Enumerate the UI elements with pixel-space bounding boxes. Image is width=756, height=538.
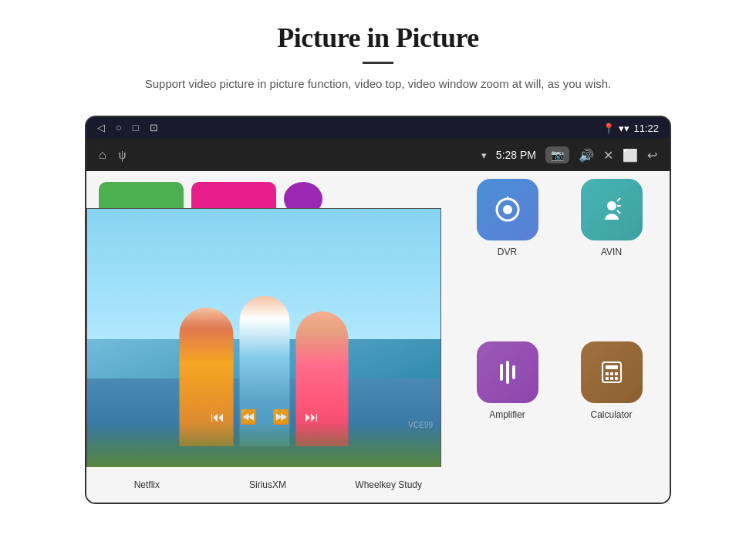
recents-nav-icon[interactable]: □ (133, 122, 139, 134)
app-nav-right: ▾ 5:28 PM 📷 🔊 ✕ ⬜ ↩ (481, 146, 657, 163)
app-nav-left: ⌂ ψ (99, 148, 127, 162)
status-bar-left: ◁ ○ □ ⊡ (97, 122, 158, 134)
volume-icon[interactable]: 🔊 (579, 148, 594, 163)
close-icon[interactable]: ✕ (603, 148, 613, 163)
svg-rect-17 (615, 377, 618, 380)
netflix-label: Netflix (86, 479, 208, 490)
svg-rect-11 (606, 365, 618, 369)
page-title: Picture in Picture (46, 22, 710, 54)
avin-label: AVIN (601, 247, 622, 257)
wheelkey-label: Wheelkey Study (328, 479, 449, 490)
home-icon[interactable]: ⌂ (99, 148, 106, 162)
amplifier-app-item[interactable]: Amplifier (460, 341, 555, 495)
app-grid-section: DVR AVIN (449, 171, 670, 503)
calculator-icon (597, 358, 626, 387)
avin-icon (597, 195, 626, 224)
undo-icon[interactable]: ↩ (647, 148, 657, 163)
dvr-icon (493, 195, 522, 224)
location-icon: 📍 (602, 123, 615, 134)
video-content: VCE99 (87, 209, 440, 469)
pip-video-overlay[interactable]: ⏺ − + ✕ VC (86, 208, 441, 470)
svg-rect-7 (500, 364, 503, 381)
home-nav-icon[interactable]: ○ (116, 122, 122, 134)
screenshot-nav-icon[interactable]: ⊡ (150, 122, 158, 134)
status-bar-right: 📍 ▾▾ 11:22 (602, 123, 659, 134)
svg-point-1 (503, 205, 512, 214)
pip-section: ⏺ − + ✕ VC (86, 171, 449, 503)
svg-rect-13 (610, 372, 613, 375)
svg-point-3 (607, 201, 616, 210)
calculator-label: Calculator (590, 409, 632, 420)
window-icon[interactable]: ⬜ (623, 148, 638, 163)
dvr-icon-box (477, 179, 538, 240)
rewind-button[interactable]: ⏮ (211, 409, 224, 425)
svg-rect-16 (610, 377, 613, 380)
back-nav-icon[interactable]: ◁ (97, 122, 105, 134)
svg-rect-12 (606, 372, 609, 375)
svg-rect-15 (606, 377, 609, 380)
dvr-app-item[interactable]: DVR (460, 179, 555, 332)
svg-rect-9 (512, 365, 515, 379)
nav-time: 5:28 PM (496, 149, 536, 161)
calculator-app-item[interactable]: Calculator (564, 341, 659, 495)
main-content: ⏺ − + ✕ VC (86, 171, 670, 503)
header-section: Picture in Picture Support video picture… (0, 0, 756, 106)
title-divider (363, 62, 393, 64)
calculator-icon-box (581, 341, 643, 403)
status-bar: ◁ ○ □ ⊡ 📍 ▾▾ 11:22 (86, 117, 670, 139)
foliage (87, 423, 440, 469)
device-frame: ◁ ○ □ ⊡ 📍 ▾▾ 11:22 ⌂ ψ ▾ 5:28 PM 📷 🔊 ✕ ⬜… (85, 116, 671, 504)
amplifier-icon-box (477, 341, 538, 403)
subtitle-text: Support video picture in picture functio… (116, 75, 640, 92)
svg-line-6 (617, 210, 620, 214)
app-nav-bar: ⌂ ψ ▾ 5:28 PM 📷 🔊 ✕ ⬜ ↩ (86, 139, 670, 171)
amplifier-label: Amplifier (489, 409, 525, 420)
bottom-labels-left: Netflix SiriusXM Wheelkey Study (86, 467, 449, 503)
svg-line-4 (617, 198, 620, 201)
svg-rect-14 (615, 372, 618, 375)
fastforward-button[interactable]: ⏭ (305, 409, 319, 425)
next-button[interactable]: ⏩ (272, 409, 289, 425)
avin-icon-box (581, 179, 643, 240)
usb-icon[interactable]: ψ (119, 148, 127, 162)
wifi-status-icon: ▾ (481, 150, 487, 161)
wifi-icon: ▾▾ (619, 123, 629, 134)
pip-playback: ⏮ ⏪ ⏩ ⏭ (87, 405, 441, 429)
avin-app-item[interactable]: AVIN (564, 179, 659, 332)
status-time: 11:22 (633, 123, 659, 134)
prev-button[interactable]: ⏪ (240, 409, 257, 425)
camera-icon[interactable]: 📷 (545, 146, 569, 163)
amplifier-icon (493, 358, 522, 387)
dvr-label: DVR (498, 247, 517, 257)
siriusxm-label: SiriusXM (208, 479, 329, 490)
svg-rect-8 (506, 361, 509, 384)
